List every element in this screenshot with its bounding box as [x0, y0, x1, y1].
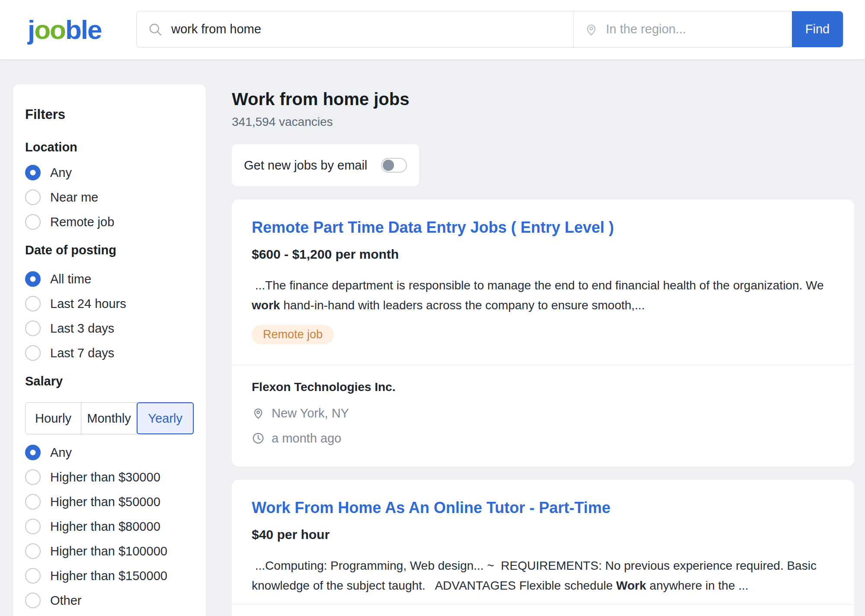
email-subscribe-card: Get new jobs by email: [232, 144, 419, 186]
radio-button[interactable]: [25, 189, 41, 205]
header: jooble Find: [0, 0, 865, 59]
keyword-section: [137, 11, 573, 47]
salary-option-30000[interactable]: Higher than $30000: [25, 469, 194, 485]
salary-section-label: Salary: [25, 374, 194, 388]
radio-label: Last 24 hours: [50, 297, 126, 311]
job-posted: a month ago: [272, 431, 341, 446]
location-option-near-me[interactable]: Near me: [25, 189, 194, 205]
description-text: anywhere in the ...: [646, 579, 749, 592]
region-section: [573, 11, 792, 47]
tab-monthly[interactable]: Monthly: [81, 402, 137, 434]
logo-part: oo: [34, 14, 65, 45]
search-icon: [148, 22, 163, 37]
description-highlight: Work: [616, 579, 647, 592]
company-name: Flexon Technologies Inc.: [252, 379, 834, 395]
keyword-input[interactable]: [170, 22, 573, 37]
radio-label: Higher than $50000: [50, 495, 160, 509]
salary-option-other[interactable]: Other: [25, 593, 194, 608]
job-title-link[interactable]: Work From Home As An Online Tutor - Part…: [252, 498, 834, 518]
filters-title: Filters: [25, 107, 194, 122]
location-option-any[interactable]: Any: [25, 165, 194, 180]
radio-button[interactable]: [25, 271, 41, 287]
salary-option-80000[interactable]: Higher than $80000: [25, 519, 194, 534]
email-subscribe-toggle[interactable]: [381, 158, 407, 173]
description-highlight: work: [252, 298, 280, 312]
date-option-last-7-days[interactable]: Last 7 days: [25, 345, 194, 361]
radio-button[interactable]: [25, 345, 41, 361]
job-description: ...The finance department is responsible…: [252, 276, 834, 315]
location-pin-icon: [584, 22, 598, 36]
card-divider: [232, 604, 854, 605]
date-option-last-3-days[interactable]: Last 3 days: [25, 321, 194, 336]
radio-label: Last 7 days: [50, 346, 114, 360]
salary-option-100000[interactable]: Higher than $100000: [25, 543, 194, 559]
tab-yearly[interactable]: Yearly: [137, 402, 194, 434]
radio-label: Near me: [50, 190, 98, 205]
region-input[interactable]: [605, 22, 792, 37]
page-title: Work from home jobs: [232, 90, 854, 109]
salary-option-150000[interactable]: Higher than $150000: [25, 568, 194, 584]
radio-button[interactable]: [25, 296, 41, 311]
radio-button[interactable]: [25, 494, 41, 510]
radio-button[interactable]: [25, 543, 41, 559]
salary-period-tabs: Hourly Monthly Yearly: [25, 402, 194, 434]
radio-label: Any: [50, 166, 72, 180]
radio-button[interactable]: [25, 469, 41, 485]
radio-button[interactable]: [25, 593, 41, 608]
job-description: ...Computing: Programming, Web design...…: [252, 556, 834, 596]
vacancies-count: 341,594 vacancies: [232, 116, 854, 128]
tab-hourly[interactable]: Hourly: [25, 402, 81, 434]
toggle-knob: [383, 160, 394, 171]
job-card: Work From Home As An Online Tutor - Part…: [232, 480, 854, 616]
filters-panel: Filters Location Any Near me Remote job …: [13, 84, 206, 616]
radio-label: Higher than $150000: [50, 569, 167, 583]
radio-button[interactable]: [25, 165, 41, 180]
search-bar: Find: [136, 11, 843, 48]
salary-option-50000[interactable]: Higher than $50000: [25, 494, 194, 510]
job-salary: $40 per hour: [252, 526, 834, 543]
date-option-last-24-hours[interactable]: Last 24 hours: [25, 296, 194, 311]
location-pin-icon: [252, 407, 265, 420]
clock-icon: [252, 432, 265, 445]
jooble-logo[interactable]: jooble: [28, 0, 102, 59]
radio-label: Last 3 days: [50, 321, 114, 336]
radio-label: Any: [50, 446, 72, 460]
remote-job-badge: Remote job: [252, 325, 334, 344]
salary-option-any[interactable]: Any: [25, 445, 194, 460]
job-location-row: New York, NY: [252, 404, 834, 422]
date-option-all-time[interactable]: All time: [25, 271, 194, 287]
results-column: Work from home jobs 341,594 vacancies Ge…: [232, 84, 854, 616]
jooble-search-page: jooble Find Filters Location Any Near me: [0, 0, 865, 616]
job-card: Remote Part Time Data Entry Jobs ( Entry…: [232, 199, 854, 467]
find-button[interactable]: Find: [792, 11, 843, 47]
description-text: hand-in-hand with leaders across the com…: [280, 298, 645, 312]
radio-label: Higher than $30000: [50, 470, 160, 484]
radio-label: Remote job: [50, 215, 114, 229]
job-salary: $600 - $1,200 per month: [252, 246, 834, 263]
radio-button[interactable]: [25, 568, 41, 584]
location-option-remote-job[interactable]: Remote job: [25, 214, 194, 230]
card-divider: [232, 364, 854, 365]
radio-label: Higher than $80000: [50, 520, 160, 534]
radio-button[interactable]: [25, 321, 41, 336]
radio-label: Other: [50, 594, 82, 608]
job-title-link[interactable]: Remote Part Time Data Entry Jobs ( Entry…: [252, 218, 834, 237]
job-posted-row: a month ago: [252, 430, 834, 447]
radio-label: All time: [50, 272, 91, 286]
logo-part: j: [28, 14, 34, 45]
logo-part: ble: [65, 14, 102, 45]
radio-button[interactable]: [25, 445, 41, 460]
job-location: New York, NY: [272, 406, 349, 420]
radio-button[interactable]: [25, 519, 41, 534]
email-subscribe-label: Get new jobs by email: [244, 158, 367, 173]
radio-label: Higher than $100000: [50, 544, 167, 558]
date-section-label: Date of posting: [25, 243, 194, 257]
description-text: ...The finance department is responsible…: [252, 279, 827, 292]
radio-button[interactable]: [25, 214, 41, 230]
location-section-label: Location: [25, 140, 194, 154]
